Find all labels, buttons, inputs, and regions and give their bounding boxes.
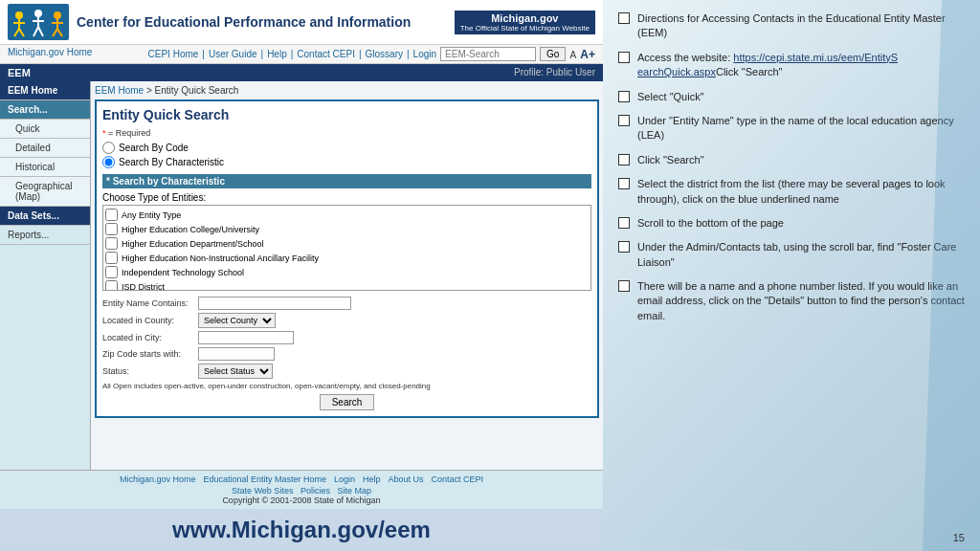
- checkbox-independent-tech[interactable]: [105, 266, 118, 278]
- county-label: Located in County:: [102, 316, 198, 325]
- footer-site-map[interactable]: Site Map: [337, 486, 371, 496]
- eem-title: EEM: [8, 67, 31, 78]
- status-select[interactable]: Select Status: [198, 364, 273, 379]
- zip-label: Zip Code starts with:: [102, 349, 198, 359]
- entity-higher-college-label: Higher Education College/University: [122, 225, 259, 234]
- radio-by-characteristic-input[interactable]: [102, 156, 115, 168]
- entity-non-instructional: Higher Education Non-Instructional Ancil…: [105, 251, 589, 265]
- footer-michigan-home[interactable]: Michigan.gov Home: [120, 474, 196, 484]
- bullet-text-1: Directions for Accessing Contacts in the…: [637, 11, 965, 41]
- font-a-plus[interactable]: A+: [580, 48, 595, 61]
- checkbox-isd[interactable]: [105, 280, 118, 291]
- bullet-1: Directions for Accessing Contacts in the…: [618, 11, 965, 41]
- go-button[interactable]: Go: [540, 47, 566, 61]
- main-content: EEM Home Search... Quick Detailed Histor…: [0, 81, 603, 470]
- zip-input[interactable]: [198, 347, 275, 361]
- svg-point-1: [15, 11, 23, 19]
- entity-quick-search-form: Entity Quick Search * = Required Search …: [95, 99, 599, 418]
- radio-by-code-input[interactable]: [102, 142, 115, 154]
- sidebar-item-historical[interactable]: Historical: [0, 158, 90, 177]
- bullet-text-6: Select the district from the list (there…: [637, 177, 965, 207]
- bullet-text-8: Under the Admin/Contacts tab, using the …: [637, 240, 965, 270]
- bullet-checkbox-7: [618, 217, 630, 229]
- sidebar-item-search[interactable]: Search...: [0, 100, 90, 120]
- glossary-link[interactable]: Glossary: [366, 49, 403, 59]
- entity-any: Any Entity Type: [105, 208, 589, 222]
- top-nav-bar: Michigan.gov Home CEPI Home | User Guide…: [0, 45, 603, 64]
- entity-type-label: Choose Type of Entities:: [102, 192, 591, 203]
- user-guide-link[interactable]: User Guide: [209, 49, 257, 59]
- bullet-text-9: There will be a name and a phone number …: [637, 279, 965, 323]
- radio-by-characteristic-label: Search By Characteristic: [119, 157, 224, 167]
- bullet-3: Select "Quick": [618, 90, 965, 104]
- entity-type-list[interactable]: Any Entity Type Higher Education College…: [102, 205, 591, 291]
- checkbox-non-instructional[interactable]: [105, 252, 118, 264]
- sidebar-item-data-sets[interactable]: Data Sets...: [0, 207, 90, 226]
- sidebar-item-quick[interactable]: Quick: [0, 120, 90, 139]
- footer-help[interactable]: Help: [363, 474, 381, 484]
- bullet-7: Scroll to the bottom of the page: [618, 216, 965, 231]
- footer-about[interactable]: About Us: [389, 474, 424, 484]
- bullet-5: Click "Search": [618, 153, 965, 167]
- bullet-checkbox-6: [618, 178, 630, 189]
- entity-name-input[interactable]: [198, 297, 351, 310]
- entity-independent-tech: Independent Technology School: [105, 265, 589, 279]
- font-a[interactable]: A: [569, 50, 575, 60]
- checkbox-higher-dept[interactable]: [105, 237, 118, 250]
- footer-eem-home[interactable]: Educational Entity Master Home: [203, 474, 326, 484]
- entity-any-label: Any Entity Type: [122, 210, 181, 220]
- sidebar-item-geographical[interactable]: Geographical (Map): [0, 177, 90, 207]
- required-note: * = Required: [102, 128, 591, 138]
- sidebar-item-detailed[interactable]: Detailed: [0, 139, 90, 158]
- cepi-home-link[interactable]: CEPI Home: [148, 49, 199, 59]
- radio-by-code-label: Search By Code: [119, 143, 189, 153]
- checkbox-higher-college[interactable]: [105, 223, 118, 235]
- search-button[interactable]: Search: [320, 394, 375, 410]
- footer-links2: State Web Sites Policies Site Map: [8, 486, 595, 496]
- entity-isd-label: ISD District: [122, 282, 165, 292]
- county-row: Located in County: Select County: [102, 313, 591, 328]
- footer-contact[interactable]: Contact CEPI: [432, 474, 484, 484]
- breadcrumb-home[interactable]: EEM Home: [95, 85, 144, 96]
- footer-policies[interactable]: Policies: [301, 486, 330, 496]
- bullet-checkbox-2: [618, 52, 630, 63]
- entity-isd: ISD District: [105, 279, 589, 291]
- city-input[interactable]: [198, 331, 294, 344]
- form-fields: Entity Name Contains: Located in County:…: [102, 297, 591, 379]
- sidebar-item-eem-home[interactable]: EEM Home: [0, 81, 90, 100]
- status-row: Status: Select Status: [102, 364, 591, 379]
- zip-row: Zip Code starts with:: [102, 347, 591, 361]
- sidebar: EEM Home Search... Quick Detailed Histor…: [0, 81, 91, 470]
- login-link[interactable]: Login: [413, 49, 436, 59]
- required-star: *: [102, 128, 106, 138]
- bullet-checkbox-5: [618, 154, 630, 165]
- bullet-checkbox-4: [618, 115, 630, 126]
- county-select[interactable]: Select County: [198, 313, 276, 328]
- contact-cepi-link[interactable]: Contact CEPI: [297, 49, 355, 59]
- bullet-9: There will be a name and a phone number …: [618, 279, 965, 323]
- michigan-home-link[interactable]: Michigan.gov Home: [8, 47, 92, 61]
- search-type-group: Search By Code Search By Characteristic: [102, 142, 591, 168]
- left-panel: Center for Educational Performance and I…: [0, 0, 603, 551]
- bullet-6: Select the district from the list (there…: [618, 177, 965, 207]
- footer-state-web[interactable]: State Web Sites: [232, 486, 293, 496]
- search-input[interactable]: [440, 47, 536, 61]
- eem-url-link[interactable]: https://cepi.state.mi.us/eem/EntityS ear…: [637, 52, 898, 77]
- right-panel-content: Directions for Accessing Contacts in the…: [618, 11, 965, 323]
- help-link[interactable]: Help: [267, 49, 287, 59]
- breadcrumb-current: Entity Quick Search: [155, 85, 239, 96]
- mi-gov-sub: The Official State of Michigan Website: [460, 24, 590, 33]
- svg-point-6: [34, 10, 42, 17]
- entity-higher-college: Higher Education College/University: [105, 222, 589, 236]
- page-number: 15: [953, 532, 965, 543]
- checkbox-any[interactable]: [105, 209, 118, 221]
- bullet-text-7: Scroll to the bottom of the page: [637, 216, 965, 231]
- bottom-url: www.Michigan.gov/eem: [0, 509, 603, 551]
- breadcrumb: EEM Home > Entity Quick Search: [95, 85, 599, 96]
- eem-bar: EEM Profile: Public User: [0, 64, 603, 81]
- bottom-url-text: www.Michigan.gov/eem: [172, 517, 431, 542]
- sidebar-item-reports[interactable]: Reports...: [0, 226, 90, 245]
- footer-login[interactable]: Login: [334, 474, 355, 484]
- radio-by-code: Search By Code: [102, 142, 591, 154]
- bullet-text-4: Under "Entity Name" type in the name of …: [637, 114, 965, 143]
